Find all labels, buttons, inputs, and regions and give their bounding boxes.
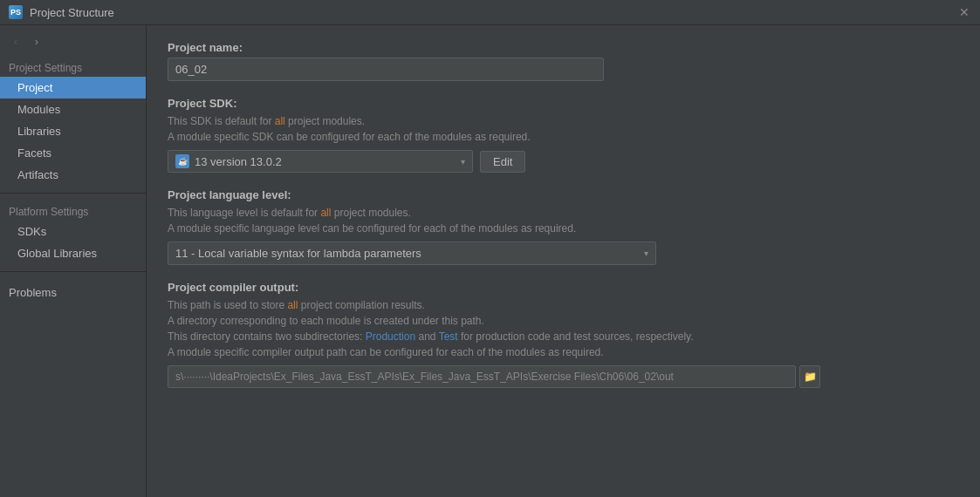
sidebar-divider-2 xyxy=(0,271,146,272)
project-compiler-output-group: Project compiler output: This path is us… xyxy=(168,281,959,388)
sidebar-item-artifacts[interactable]: Artifacts xyxy=(0,164,146,186)
lang-desc-highlight1: all xyxy=(320,207,331,219)
title-bar-left: PS Project Structure xyxy=(9,5,114,19)
sdk-desc-line2: A module specific SDK can be configured … xyxy=(168,131,531,143)
lang-dropdown-arrow: ▾ xyxy=(644,248,648,258)
sidebar-divider xyxy=(0,193,146,194)
compiler-desc-line1-post: project compilation results. xyxy=(298,299,424,311)
main-content: ‹ › Project Settings Project Modules Lib… xyxy=(0,25,980,497)
project-sdk-desc: This SDK is default for all project modu… xyxy=(168,113,959,145)
nav-forward-button[interactable]: › xyxy=(28,32,45,50)
output-path-input[interactable] xyxy=(168,365,796,388)
sdk-value: 13 version 13.0.2 xyxy=(195,155,282,168)
platform-settings-label: Platform Settings xyxy=(0,201,146,221)
app-icon: PS xyxy=(9,5,23,19)
project-compiler-output-label: Project compiler output: xyxy=(168,281,959,294)
sdk-java-icon: ☕ xyxy=(175,154,189,168)
sdk-edit-button[interactable]: Edit xyxy=(480,151,525,173)
nav-back-button[interactable]: ‹ xyxy=(7,32,24,50)
sidebar-item-problems[interactable]: Problems xyxy=(0,279,146,306)
sidebar-item-modules[interactable]: Modules xyxy=(0,99,146,120)
language-level-dropdown[interactable]: 11 - Local variable syntax for lambda pa… xyxy=(168,242,656,265)
sidebar-item-project[interactable]: Project xyxy=(0,77,146,99)
sdk-dropdown[interactable]: ☕ 13 version 13.0.2 ▾ xyxy=(168,150,473,173)
sdk-desc-highlight1: all xyxy=(275,115,285,127)
sdk-desc-line1-pre: This SDK is default for xyxy=(168,115,275,127)
lang-desc-line1-post: project modules. xyxy=(331,207,410,219)
compiler-desc-line3-pre: This directory contains two subdirectori… xyxy=(168,330,366,343)
project-settings-label: Project Settings xyxy=(0,57,146,77)
compiler-desc-highlight1: all xyxy=(287,299,298,311)
title-bar: PS Project Structure ✕ xyxy=(0,0,980,25)
project-sdk-label: Project SDK: xyxy=(168,97,959,110)
compiler-desc-line1-pre: This path is used to store xyxy=(168,299,287,311)
sidebar-item-global-libraries[interactable]: Global Libraries xyxy=(0,242,146,264)
sidebar-nav: ‹ › xyxy=(0,29,146,57)
sidebar-item-facets[interactable]: Facets xyxy=(0,142,146,164)
lang-desc-line1-pre: This language level is default for xyxy=(168,207,320,219)
language-level-value: 11 - Local variable syntax for lambda pa… xyxy=(175,247,421,260)
sidebar: ‹ › Project Settings Project Modules Lib… xyxy=(0,25,147,497)
project-sdk-group: Project SDK: This SDK is default for all… xyxy=(168,97,959,173)
project-language-level-group: Project language level: This language le… xyxy=(168,188,959,265)
sidebar-item-libraries[interactable]: Libraries xyxy=(0,120,146,142)
project-structure-window: PS Project Structure ✕ ‹ › Project Setti… xyxy=(0,0,980,497)
window-title: Project Structure xyxy=(30,6,114,19)
compiler-desc-line4: A module specific compiler output path c… xyxy=(168,346,604,358)
compiler-desc-line3-mid: and xyxy=(415,330,438,343)
project-name-input[interactable] xyxy=(168,58,604,81)
output-path-row: 📁 xyxy=(168,365,959,388)
compiler-desc-line2: A directory corresponding to each module… xyxy=(168,315,484,327)
compiler-desc-test: Test xyxy=(439,330,458,343)
project-language-level-desc: This language level is default for all p… xyxy=(168,205,959,236)
output-path-folder-button[interactable]: 📁 xyxy=(799,365,820,388)
sdk-row: ☕ 13 version 13.0.2 ▾ Edit xyxy=(168,150,959,173)
project-name-group: Project name: xyxy=(168,41,959,81)
main-panel: Project name: Project SDK: This SDK is d… xyxy=(147,25,980,497)
lang-desc-line2: A module specific language level can be … xyxy=(168,222,576,235)
compiler-desc-production: Production xyxy=(366,330,415,343)
project-language-level-label: Project language level: xyxy=(168,188,959,201)
sdk-desc-line1-post: project modules. xyxy=(285,115,365,127)
project-name-label: Project name: xyxy=(168,41,959,54)
project-compiler-output-desc: This path is used to store all project c… xyxy=(168,297,959,360)
close-button[interactable]: ✕ xyxy=(957,5,971,19)
sidebar-item-sdks[interactable]: SDKs xyxy=(0,221,146,242)
compiler-desc-line3-post: for production code and test sources, re… xyxy=(458,330,694,343)
sdk-dropdown-arrow: ▾ xyxy=(461,157,465,167)
